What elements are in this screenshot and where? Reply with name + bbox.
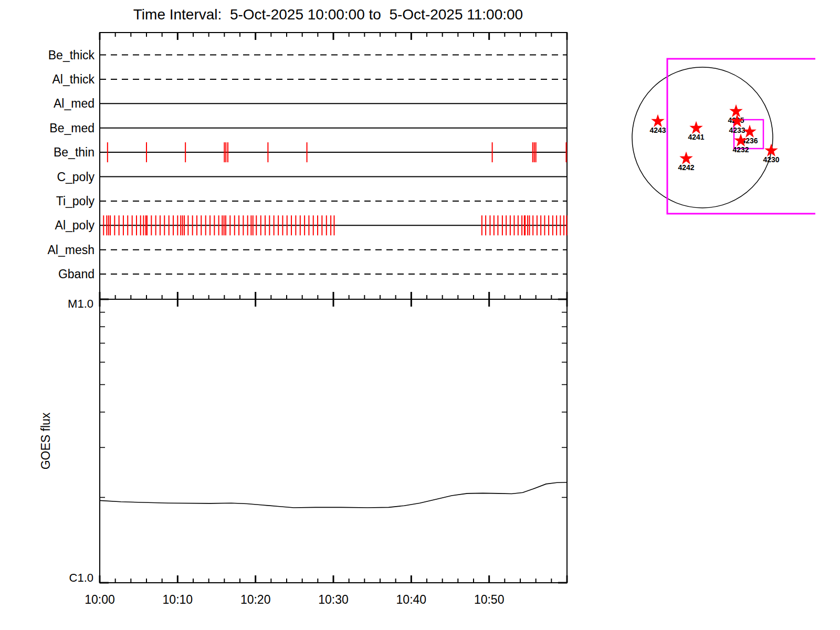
filter-label-Al_poly: Al_poly [55,218,95,232]
goes-ytick-label-bottom: C1.0 [69,571,93,584]
filter-label-Be_thick: Be_thick [48,48,95,62]
active-region-label-4233: 4233 [729,126,745,134]
filter-label-Gband: Gband [58,267,94,281]
goes-axis-title: GOES flux [39,412,52,469]
filter-label-Al_thick: Al_thick [52,72,94,86]
filter-label-Al_med: Al_med [54,97,94,110]
goes-panel-border [100,299,567,583]
filter-label-Be_thin: Be_thin [54,145,94,159]
active-region-label-4232: 4232 [732,145,749,154]
plot-svg: Be_thickAl_thickAl_medBe_medBe_thinC_pol… [0,0,840,630]
time-label-10:50: 10:50 [474,593,505,606]
active-region-star-4235 [729,104,743,117]
filter-timeline-panel: Be_thickAl_thickAl_medBe_medBe_thinC_pol… [48,33,567,307]
solar-disk-map: 42434241423542334236423242304242 [632,59,815,214]
filter-panel-border [100,33,567,299]
time-label-10:00: 10:00 [85,593,115,606]
filter-label-Ti_poly: Ti_poly [56,194,95,208]
active-region-star-4242 [679,152,693,164]
active-region-label-4243: 4243 [649,126,666,134]
observation-summary-plot: Time Interval: 5-Oct-2025 10:00:00 to 5-… [0,0,840,630]
active-region-star-4243 [651,114,665,127]
time-label-10:30: 10:30 [318,593,349,606]
active-region-label-4230: 4230 [763,155,779,164]
goes-ytick-label-top: M1.0 [68,297,93,310]
page-title: Time Interval: 5-Oct-2025 10:00:00 to 5-… [79,6,578,23]
time-label-10:20: 10:20 [240,593,271,606]
goes-flux-panel: 10:0010:1010:2010:3010:4010:50 [85,299,567,606]
filter-label-Al_mesh: Al_mesh [48,243,94,257]
time-label-10:10: 10:10 [163,593,193,606]
goes-flux-curve [100,482,567,508]
filter-label-C_poly: C_poly [57,170,94,184]
active-region-star-4241 [689,121,703,134]
time-label-10:40: 10:40 [396,593,427,606]
active-region-star-4230 [764,144,778,156]
active-region-label-4242: 4242 [678,163,694,172]
active-region-label-4241: 4241 [688,133,704,141]
filter-label-Be_med: Be_med [49,121,94,135]
